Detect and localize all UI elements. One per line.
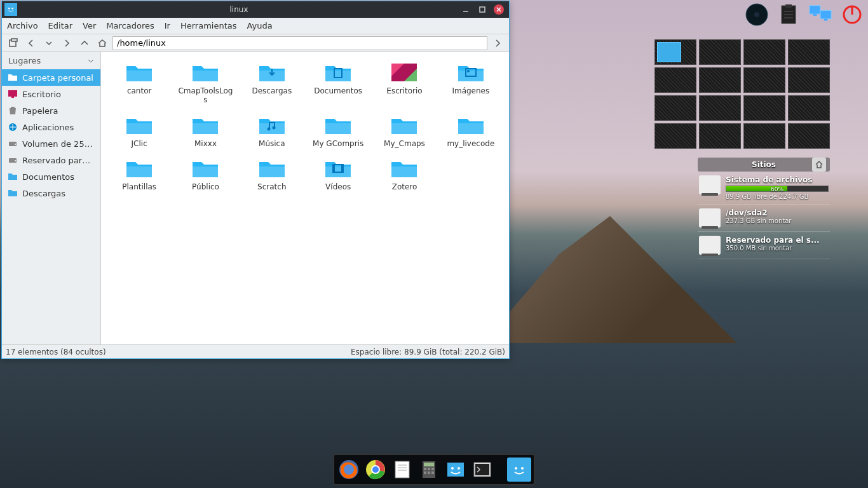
workspace-3[interactable] (788, 39, 830, 65)
dock-writer[interactable] (390, 458, 414, 482)
menu-editar[interactable]: Editar (48, 21, 73, 30)
workspace-15[interactable] (788, 123, 830, 149)
workspace-10[interactable] (743, 95, 785, 121)
address-path: /home/linux (117, 38, 166, 48)
home-icon[interactable] (95, 36, 110, 51)
dock-chrome[interactable] (363, 458, 388, 482)
power-icon[interactable] (840, 3, 864, 27)
new-tab-icon[interactable] (6, 36, 21, 51)
folder-item[interactable]: my_livecode (438, 110, 504, 151)
forward-icon[interactable] (59, 36, 74, 51)
dock-files-running[interactable] (507, 458, 531, 482)
workspace-14[interactable] (743, 123, 785, 149)
workspace-7[interactable] (788, 67, 830, 93)
minimize-button[interactable] (461, 4, 471, 15)
folder-item[interactable]: Documentos (305, 57, 371, 107)
sitios-row[interactable]: Sistema de archivos60%89.9 GB libre de 2… (698, 172, 830, 205)
svg-point-64 (515, 467, 517, 470)
workspace-12[interactable] (654, 123, 696, 149)
workspace-0[interactable] (654, 39, 696, 65)
folder-item[interactable]: Descargas (239, 57, 305, 107)
window-app-icon (4, 3, 17, 16)
dock-firefox[interactable] (337, 458, 361, 482)
sidebar-item-2[interactable]: Papelera (2, 102, 100, 119)
menubar: Archivo Editar Ver Marcadores Ir Herrami… (2, 18, 509, 34)
folder-label: Zotero (392, 182, 417, 191)
trash-icon (7, 105, 18, 116)
menu-ir[interactable]: Ir (165, 21, 170, 30)
address-bar[interactable]: /home/linux (112, 36, 487, 50)
maximize-button[interactable] (477, 4, 487, 15)
network-icon[interactable] (808, 3, 832, 27)
folder-item[interactable]: Mixxx (172, 110, 238, 151)
folder-item[interactable]: Escritorio (371, 57, 437, 107)
folder-item[interactable]: My_Cmaps (371, 110, 437, 151)
dock-files[interactable] (444, 458, 468, 482)
folder-item[interactable]: Imágenes (438, 57, 504, 107)
close-button[interactable] (494, 4, 504, 15)
folder-item[interactable]: cantor (106, 57, 172, 107)
dock-terminal[interactable] (470, 458, 494, 482)
folder-view[interactable]: cantorCmapToolsLogsDescargasDocumentosEs… (101, 52, 509, 344)
apps-icon (7, 121, 18, 133)
up-icon[interactable] (77, 36, 92, 51)
menu-ayuda[interactable]: Ayuda (247, 21, 273, 30)
sitios-row[interactable]: /dev/sda2237.3 GB sin montar (698, 205, 830, 232)
sidebar-item-1[interactable]: Escritorio (2, 86, 100, 102)
workspace-9[interactable] (699, 95, 741, 121)
folder-item[interactable]: JClic (106, 110, 172, 151)
sidebar-item-0[interactable]: Carpeta personal (2, 69, 100, 86)
workspace-4[interactable] (654, 67, 696, 93)
go-icon[interactable] (490, 36, 505, 51)
sidebar-item-6[interactable]: Documentos (2, 168, 100, 185)
folder-item[interactable]: Público (172, 153, 238, 194)
folder-item[interactable]: Vídeos (305, 153, 371, 194)
dock-calc[interactable] (417, 458, 441, 482)
svg-rect-26 (341, 165, 343, 172)
workspace-11[interactable] (788, 95, 830, 121)
sidebar-item-4[interactable]: Volumen de 255 ... (2, 135, 100, 152)
svg-rect-53 (428, 468, 430, 470)
folder-item[interactable]: Zotero (371, 153, 437, 194)
folder-label: Mixxx (194, 139, 217, 148)
menu-marcadores[interactable]: Marcadores (106, 21, 154, 30)
sidebar-places-header[interactable]: Lugares (2, 52, 100, 69)
sitios-row-sub: 350.0 MB sin montar (726, 245, 829, 252)
folder-item[interactable]: CmapToolsLogs (172, 57, 238, 107)
window-title: linux (17, 5, 461, 14)
history-dropdown-icon[interactable] (41, 36, 57, 51)
folder-icon (389, 60, 419, 85)
menu-ver[interactable]: Ver (83, 21, 96, 30)
workspace-1[interactable] (699, 39, 741, 65)
folder-item[interactable]: Plantillas (106, 153, 172, 194)
svg-rect-8 (8, 90, 17, 97)
menu-herramientas[interactable]: Herramientas (180, 21, 237, 30)
sitios-row[interactable]: Reservado para el s...350.0 MB sin monta… (698, 232, 830, 259)
folder-item[interactable]: Música (239, 110, 305, 151)
sitios-home-icon[interactable] (812, 158, 826, 172)
folder-item[interactable]: Scratch (239, 153, 305, 194)
svg-point-21 (467, 70, 470, 72)
sidebar-item-label: Carpeta personal (22, 73, 93, 83)
window-titlebar[interactable]: linux (2, 1, 509, 18)
folder-item[interactable]: My GCompris (305, 110, 371, 151)
svg-rect-54 (431, 468, 434, 470)
disc-icon[interactable] (745, 3, 769, 27)
back-icon[interactable] (24, 36, 39, 51)
menu-archivo[interactable]: Archivo (7, 21, 38, 30)
sidebar-item-3[interactable]: Aplicaciones (2, 119, 100, 135)
sidebar-item-5[interactable]: Reservado para e... (2, 152, 100, 168)
folder-icon (257, 60, 287, 85)
sidebar-header-label: Lugares (8, 56, 41, 65)
svg-rect-55 (424, 471, 426, 474)
folder-label: JClic (132, 139, 147, 148)
workspace-2[interactable] (743, 39, 785, 65)
workspace-5[interactable] (699, 67, 741, 93)
workspace-13[interactable] (699, 123, 741, 149)
workspace-6[interactable] (743, 67, 785, 93)
clipboard-icon[interactable] (776, 3, 801, 27)
svg-rect-25 (333, 165, 335, 172)
folder-label: my_livecode (447, 139, 494, 148)
sidebar-item-7[interactable]: Descargas (2, 185, 100, 201)
workspace-8[interactable] (654, 95, 696, 121)
